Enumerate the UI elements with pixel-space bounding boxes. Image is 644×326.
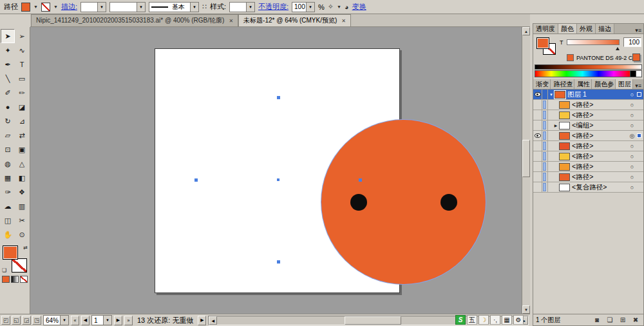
visibility-toggle[interactable] xyxy=(533,90,542,99)
edit-column[interactable] xyxy=(542,120,548,130)
visibility-toggle[interactable] xyxy=(533,131,542,140)
stroke-dropdown-icon[interactable]: ▼ xyxy=(53,5,58,9)
visibility-toggle[interactable] xyxy=(533,182,542,192)
rotate-tool[interactable]: ↻ xyxy=(1,114,15,128)
layer-row[interactable]: <路径>○ xyxy=(533,100,643,110)
panel-tab-stroke[interactable]: 描边 xyxy=(596,24,614,34)
target-icon[interactable]: ○ xyxy=(627,153,637,160)
stroke-weight-link[interactable]: 描边: xyxy=(61,2,77,12)
edit-column[interactable] xyxy=(542,141,548,151)
expand-arrow-icon[interactable]: ▶ xyxy=(553,123,559,128)
visibility-toggle[interactable] xyxy=(533,100,542,110)
screen-mode-icon-2[interactable]: ◱ xyxy=(12,316,21,325)
color-spectrum[interactable] xyxy=(535,70,642,77)
layer-thumbnail[interactable] xyxy=(559,132,570,140)
vertical-scrollbar[interactable]: ▲ ▼ xyxy=(522,27,530,314)
target-icon[interactable]: ○ xyxy=(627,91,637,98)
panel-tab-transparency[interactable]: 透明度 xyxy=(533,24,558,34)
layer-thumbnail[interactable] xyxy=(559,163,570,171)
target-icon[interactable]: ○ xyxy=(627,184,637,191)
stroke-proxy-swatch[interactable] xyxy=(12,258,27,273)
select-similar-dropdown-icon[interactable]: ▼ xyxy=(337,5,341,9)
panel-tab-gradient[interactable]: 渐变 xyxy=(533,79,551,89)
target-icon[interactable]: ○ xyxy=(627,143,637,149)
slice-tool[interactable]: ✂ xyxy=(15,213,29,227)
layer-row[interactable]: <路径>○ xyxy=(533,151,643,162)
combo-dropdown-icon[interactable]: ▼ xyxy=(190,3,198,12)
none-mode-button[interactable] xyxy=(20,276,28,283)
last-artboard-button[interactable]: » xyxy=(124,316,133,325)
panel-tab-properties[interactable]: 属性 xyxy=(574,79,592,89)
fill-stroke-proxy[interactable]: ⇄ ❏ xyxy=(2,245,28,273)
tint-slider-handle[interactable] xyxy=(616,45,620,50)
target-icon[interactable]: ○ xyxy=(627,164,637,170)
zoom-dropdown-icon[interactable]: ▼ xyxy=(60,316,68,325)
mesh-tool[interactable]: ▦ xyxy=(1,171,15,185)
anchor-point-bottom[interactable] xyxy=(277,260,280,264)
layer-thumbnail[interactable] xyxy=(559,101,570,109)
fill-dropdown-icon[interactable]: ▼ xyxy=(33,5,38,9)
symbol-sprayer-tool[interactable]: ☁ xyxy=(1,199,15,213)
paintbrush-tool[interactable]: ✐ xyxy=(1,86,15,100)
edit-column[interactable] xyxy=(542,172,548,182)
make-clipping-mask-icon[interactable]: ◙ xyxy=(592,316,602,324)
expand-arrow-icon[interactable]: ▼ xyxy=(548,93,554,97)
layer-thumbnail[interactable] xyxy=(559,122,570,129)
edit-column[interactable] xyxy=(542,151,548,161)
visibility-toggle[interactable] xyxy=(533,172,542,182)
spectrum-gradient[interactable] xyxy=(535,71,630,77)
visibility-toggle[interactable] xyxy=(533,110,542,120)
canvas[interactable]: ▲ ▼ xyxy=(30,27,530,314)
panel-menu-icon[interactable]: ▾≡ xyxy=(633,82,643,89)
style-combo[interactable]: ▼ xyxy=(229,2,255,12)
rectangle-tool[interactable]: ▭ xyxy=(15,72,29,86)
lasso-tool[interactable]: ∿ xyxy=(15,43,29,57)
zoom-tool[interactable]: ⊙ xyxy=(15,227,29,242)
panel-tab-color[interactable]: 颜色 xyxy=(558,24,577,34)
edit-column[interactable] xyxy=(542,182,548,192)
combo-dropdown-icon[interactable]: ▼ xyxy=(97,3,106,12)
target-icon[interactable]: ◎ xyxy=(627,133,637,139)
swatch-stack-icon[interactable] xyxy=(632,53,640,61)
edit-column[interactable] xyxy=(542,162,548,171)
pencil-tool[interactable]: ✏ xyxy=(15,86,29,100)
gradient-mode-button[interactable] xyxy=(11,276,19,283)
punctuation-icon[interactable]: ·, xyxy=(490,315,500,325)
layer-row[interactable]: ▼图层 1○ xyxy=(533,90,643,100)
target-icon[interactable]: ○ xyxy=(627,102,637,108)
panel-tab-layers[interactable]: 图层 xyxy=(616,79,633,89)
layer-thumbnail[interactable] xyxy=(559,153,570,160)
vertical-scroll-thumb[interactable] xyxy=(522,140,530,177)
document-tab[interactable]: Nipic_1411249_20100202003515033183.ai* @… xyxy=(31,14,238,26)
panel-tab-color-guide[interactable]: 颜色参 xyxy=(592,79,616,89)
live-paint-bucket-tool[interactable]: ◍ xyxy=(1,157,15,171)
transform-link[interactable]: 变换 xyxy=(352,2,366,12)
tab-close-icon[interactable]: ✕ xyxy=(229,18,233,24)
eyedropper-tool[interactable]: ✑ xyxy=(1,185,15,199)
center-point[interactable] xyxy=(277,178,279,181)
target-icon[interactable]: ○ xyxy=(627,122,637,129)
layer-row[interactable]: <路径>○ xyxy=(533,172,643,182)
target-icon[interactable]: ○ xyxy=(627,112,637,119)
blob-brush-tool[interactable]: ● xyxy=(1,100,15,114)
swap-fill-stroke-icon[interactable]: ⇄ xyxy=(23,245,28,251)
visibility-toggle[interactable] xyxy=(533,151,542,161)
status-play-button[interactable]: ▶ xyxy=(198,316,206,325)
select-similar-icon[interactable]: ✧ xyxy=(328,3,334,11)
white-swatch[interactable] xyxy=(636,71,641,77)
spot-color-swatch[interactable] xyxy=(567,54,574,61)
color-mode-button[interactable] xyxy=(2,276,10,283)
target-icon[interactable]: ○ xyxy=(627,174,637,180)
magic-wand-tool[interactable]: ✦ xyxy=(1,43,15,57)
screen-mode-icon-3[interactable]: ◲ xyxy=(22,316,31,325)
drawing-mode-dots-icon[interactable]: ∷ xyxy=(202,3,207,11)
free-transform-tool[interactable]: ⊡ xyxy=(1,142,15,157)
width-tool[interactable]: ⇄ xyxy=(15,128,29,142)
artboard-number-combo[interactable]: 1 ▼ xyxy=(91,315,112,325)
opacity-link[interactable]: 不透明度: xyxy=(258,2,289,12)
panel-menu-icon[interactable]: ▾≡ xyxy=(633,27,643,34)
zoom-combo[interactable]: 64% ▼ xyxy=(43,315,69,325)
layer-row[interactable]: <路径>○ xyxy=(533,110,643,120)
shear-tool[interactable]: ▱ xyxy=(1,128,15,142)
black-swatch[interactable] xyxy=(630,71,636,77)
